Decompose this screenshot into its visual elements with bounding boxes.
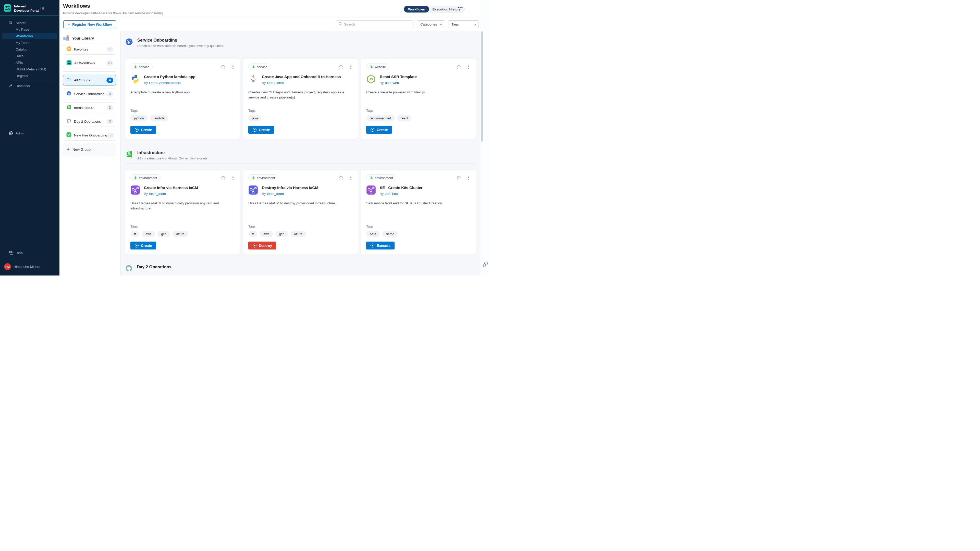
favorites-star-icon: ★ bbox=[66, 46, 72, 52]
library-item-all-workflows[interactable]: All Workflows 23 bbox=[63, 58, 116, 68]
sidebar-item-my-team[interactable]: My Team bbox=[0, 39, 59, 46]
kebab-menu-icon[interactable] bbox=[350, 176, 352, 180]
star-icon[interactable] bbox=[221, 64, 226, 69]
library-item-day2-operations[interactable]: Day 2 Operations 3 bbox=[63, 116, 116, 127]
library-item-new-hire-onboarding[interactable]: New Hire Onboarding 5 bbox=[63, 130, 116, 141]
create-button[interactable]: Create bbox=[248, 126, 274, 134]
kebab-menu-icon[interactable] bbox=[350, 65, 352, 69]
kind-badge: website bbox=[366, 64, 389, 70]
tag-pill: aws bbox=[260, 230, 273, 237]
card-description: Creates new GH Repo and Harness project,… bbox=[248, 90, 353, 109]
kebab-menu-icon[interactable] bbox=[232, 65, 234, 69]
section-service-onboarding-header: Service Onboarding Reach out to #archite… bbox=[125, 38, 476, 48]
sidebar-item-dora-metrics[interactable]: DORA Metrics (SEI) bbox=[0, 66, 59, 73]
tag-pill: demo bbox=[382, 230, 398, 237]
tags-label: Tags bbox=[366, 109, 471, 113]
star-icon[interactable] bbox=[456, 175, 461, 180]
kebab-menu-icon[interactable] bbox=[468, 65, 469, 69]
sidebar-item-apis[interactable]: APIs bbox=[0, 59, 59, 66]
chat-bubbles-icon[interactable] bbox=[482, 261, 488, 267]
iacm-flowchart-icon bbox=[130, 185, 140, 195]
kubernetes-icon bbox=[125, 38, 133, 47]
create-button[interactable]: Create bbox=[130, 241, 156, 249]
count-badge: 5 bbox=[107, 133, 114, 138]
card-byline: Byuser:web bbox=[380, 81, 417, 85]
categories-select[interactable]: Categories bbox=[417, 21, 445, 28]
star-icon[interactable] bbox=[456, 64, 461, 69]
register-new-workflow-button[interactable]: + Register New Workflow bbox=[63, 21, 116, 28]
vertical-scrollbar[interactable] bbox=[481, 32, 483, 141]
library-item-infrastructure[interactable]: Infrastructure 3 bbox=[63, 102, 116, 113]
sidebar-item-label: Register bbox=[16, 74, 28, 78]
author-link[interactable]: Dan Flores bbox=[267, 81, 284, 85]
card-title: Create Java App and Onboard it to Harnes… bbox=[262, 74, 341, 79]
toggle-workflows[interactable]: Workflows bbox=[404, 6, 429, 13]
star-icon[interactable] bbox=[221, 175, 226, 180]
execute-button[interactable]: Execute bbox=[366, 241, 395, 249]
iacm-flowchart-icon bbox=[248, 185, 258, 195]
sidebar-item-label: Catalog bbox=[16, 48, 27, 51]
kebab-menu-icon[interactable] bbox=[232, 176, 234, 180]
sidebar-nav: Search My Page Workflows My Team Catalog… bbox=[0, 19, 59, 89]
section-title: Service Onboarding bbox=[137, 38, 225, 43]
library-divider bbox=[63, 71, 116, 72]
sidebar-item-workflows[interactable]: Workflows bbox=[2, 33, 57, 39]
card-description: A template to create a new Python app bbox=[130, 90, 235, 109]
count-badge: 3 bbox=[107, 119, 113, 124]
kind-badge: environment bbox=[366, 175, 396, 181]
author-link[interactable]: iacm_team bbox=[267, 192, 284, 196]
tag-pill: recommended bbox=[366, 115, 395, 121]
section-divider bbox=[125, 163, 476, 164]
library-panel: Your Library ★ Favorites 1 All Workflows… bbox=[59, 30, 121, 275]
tags-select[interactable]: Tags bbox=[448, 21, 479, 28]
plus-icon: + bbox=[68, 22, 70, 27]
infrastructure-icon bbox=[66, 105, 72, 111]
star-icon[interactable] bbox=[339, 175, 344, 180]
card-title: Destroy Infra via Harness IaCM bbox=[262, 185, 318, 190]
create-button[interactable]: Create bbox=[130, 126, 156, 134]
sidebar-item-search[interactable]: Search bbox=[0, 19, 59, 26]
library-item-favorites[interactable]: ★ Favorites 1 bbox=[63, 44, 116, 55]
sidebar-item-register[interactable]: Register bbox=[0, 73, 59, 79]
workflow-board: Service Onboarding Reach out to #archite… bbox=[121, 30, 480, 275]
library-title: Your Library bbox=[63, 35, 121, 41]
section-day2-operations-header: Day 2 Operations bbox=[125, 265, 476, 273]
sidebar-item-catalog[interactable]: Catalog bbox=[0, 46, 59, 52]
destroy-button[interactable]: Destroy bbox=[248, 241, 276, 249]
library-item-all-groups[interactable]: All Groups 4 bbox=[63, 75, 116, 86]
avatar: HM bbox=[4, 263, 11, 270]
sidebar-item-devtools[interactable]: DevTools bbox=[0, 83, 59, 89]
kind-badge: environment bbox=[248, 175, 278, 181]
card-title: React SSR Template bbox=[380, 74, 417, 79]
sidebar-item-help[interactable]: ? Help bbox=[0, 249, 59, 256]
plus-icon: + bbox=[67, 147, 70, 152]
author-link[interactable]: user:web bbox=[385, 81, 399, 85]
overflow-menu-icon[interactable]: ••• bbox=[458, 5, 463, 10]
card-title: SE - Create K8s Cluster bbox=[380, 185, 423, 190]
author-link[interactable]: Joe Titra bbox=[385, 192, 398, 196]
sidebar-item-my-page[interactable]: My Page bbox=[0, 26, 59, 33]
tags-label: Tags bbox=[366, 224, 471, 228]
new-group-button[interactable]: + New Group bbox=[63, 144, 116, 156]
svg-text:?: ? bbox=[10, 251, 11, 253]
library-item-service-onboarding[interactable]: Service Onboarding 3 bbox=[63, 89, 116, 99]
admin-divider bbox=[4, 124, 56, 124]
tag-pill: azure bbox=[172, 230, 188, 237]
card-byline: Byiacm_team bbox=[144, 192, 198, 196]
apps-grid-icon[interactable] bbox=[40, 6, 44, 11]
author-link[interactable]: Demo Administrators bbox=[149, 81, 181, 85]
page-header: Workflows Provide developer self-service… bbox=[59, 0, 480, 18]
card-title: Create a Python lambda app bbox=[144, 74, 196, 79]
brand: Internal Developer Portal bbox=[3, 4, 41, 13]
sidebar-item-docs[interactable]: Docs bbox=[0, 52, 59, 59]
user-menu[interactable]: HM Himanshu Mishra bbox=[0, 263, 59, 270]
sidebar-item-label: Help bbox=[16, 251, 23, 255]
author-link[interactable]: iacm_team bbox=[149, 192, 166, 196]
search-input[interactable] bbox=[344, 21, 413, 28]
star-icon[interactable] bbox=[339, 64, 344, 69]
kebab-menu-icon[interactable] bbox=[468, 176, 469, 180]
tag-pill: aws bbox=[142, 230, 155, 237]
sidebar-item-admin[interactable]: Admin bbox=[0, 130, 59, 137]
section-subtitle: All infrastructure workflows. Owner: #in… bbox=[137, 156, 207, 160]
create-button[interactable]: Create bbox=[366, 126, 392, 134]
